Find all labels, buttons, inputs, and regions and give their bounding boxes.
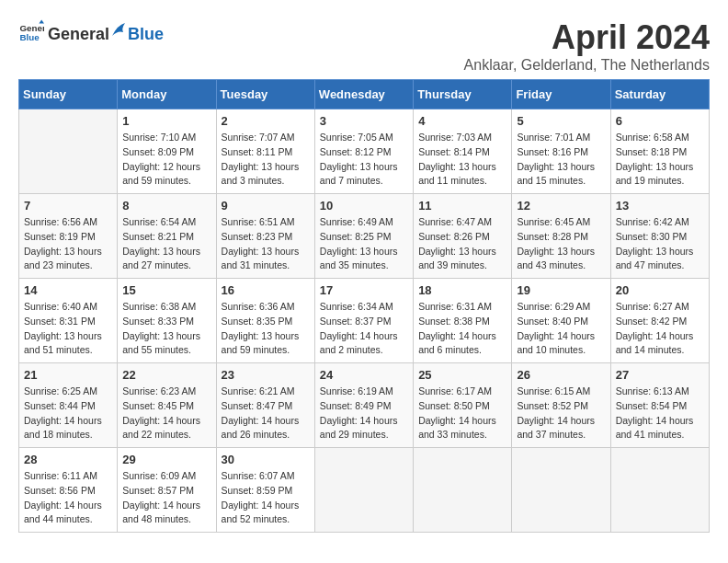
calendar-cell: 7Sunrise: 6:56 AMSunset: 8:19 PMDaylight… <box>19 194 118 279</box>
header-day-monday: Monday <box>118 80 216 109</box>
day-info: Sunrise: 6:56 AMSunset: 8:19 PMDaylight:… <box>24 215 112 273</box>
day-number: 1 <box>122 114 210 128</box>
day-info: Sunrise: 6:34 AMSunset: 8:37 PMDaylight:… <box>320 300 408 358</box>
day-info: Sunrise: 6:36 AMSunset: 8:35 PMDaylight:… <box>222 300 310 358</box>
calendar-table: SundayMondayTuesdayWednesdayThursdayFrid… <box>18 79 710 533</box>
calendar-cell: 4Sunrise: 7:03 AMSunset: 8:14 PMDaylight… <box>414 109 512 194</box>
calendar-cell: 30Sunrise: 6:07 AMSunset: 8:59 PMDayligh… <box>216 448 314 533</box>
day-number: 8 <box>122 199 210 213</box>
day-number: 5 <box>517 114 605 128</box>
day-number: 25 <box>418 368 506 382</box>
header-day-tuesday: Tuesday <box>216 80 314 109</box>
header-day-thursday: Thursday <box>414 80 512 109</box>
day-info: Sunrise: 6:40 AMSunset: 8:31 PMDaylight:… <box>24 300 112 358</box>
day-info: Sunrise: 6:49 AMSunset: 8:25 PMDaylight:… <box>320 215 408 273</box>
calendar-cell <box>414 448 512 533</box>
calendar-cell: 21Sunrise: 6:25 AMSunset: 8:44 PMDayligh… <box>19 363 118 448</box>
logo-text-blue: Blue <box>128 25 164 44</box>
logo: General Blue General Blue <box>18 18 164 44</box>
calendar-cell: 3Sunrise: 7:05 AMSunset: 8:12 PMDaylight… <box>314 109 413 194</box>
calendar-cell: 6Sunrise: 6:58 AMSunset: 8:18 PMDaylight… <box>610 109 709 194</box>
day-info: Sunrise: 7:07 AMSunset: 8:11 PMDaylight:… <box>222 131 310 189</box>
day-info: Sunrise: 6:27 AMSunset: 8:42 PMDaylight:… <box>616 300 704 358</box>
calendar-cell: 23Sunrise: 6:21 AMSunset: 8:47 PMDayligh… <box>216 363 314 448</box>
day-info: Sunrise: 6:21 AMSunset: 8:47 PMDaylight:… <box>222 385 310 442</box>
day-info: Sunrise: 6:13 AMSunset: 8:54 PMDaylight:… <box>616 385 704 442</box>
day-number: 15 <box>122 283 210 297</box>
day-info: Sunrise: 6:58 AMSunset: 8:18 PMDaylight:… <box>616 131 704 189</box>
svg-text:Blue: Blue <box>19 32 40 42</box>
day-number: 9 <box>222 199 310 213</box>
calendar-header-row: SundayMondayTuesdayWednesdayThursdayFrid… <box>19 80 710 109</box>
header-day-sunday: Sunday <box>19 80 118 109</box>
calendar-cell: 17Sunrise: 6:34 AMSunset: 8:37 PMDayligh… <box>314 279 413 363</box>
day-info: Sunrise: 6:51 AMSunset: 8:23 PMDaylight:… <box>222 215 310 273</box>
day-info: Sunrise: 7:10 AMSunset: 8:09 PMDaylight:… <box>122 131 210 189</box>
day-info: Sunrise: 6:09 AMSunset: 8:57 PMDaylight:… <box>122 469 210 527</box>
day-info: Sunrise: 7:03 AMSunset: 8:14 PMDaylight:… <box>418 131 506 189</box>
day-info: Sunrise: 6:54 AMSunset: 8:21 PMDaylight:… <box>122 215 210 273</box>
calendar-cell: 8Sunrise: 6:54 AMSunset: 8:21 PMDaylight… <box>118 194 216 279</box>
day-info: Sunrise: 6:45 AMSunset: 8:28 PMDaylight:… <box>517 215 605 273</box>
day-info: Sunrise: 6:15 AMSunset: 8:52 PMDaylight:… <box>517 385 605 442</box>
day-info: Sunrise: 7:01 AMSunset: 8:16 PMDaylight:… <box>517 131 605 189</box>
calendar-cell: 15Sunrise: 6:38 AMSunset: 8:33 PMDayligh… <box>118 279 216 363</box>
header-day-wednesday: Wednesday <box>314 80 413 109</box>
day-number: 2 <box>222 114 310 128</box>
logo-icon: General Blue <box>18 18 44 44</box>
day-number: 13 <box>616 199 704 213</box>
calendar-week-row: 14Sunrise: 6:40 AMSunset: 8:31 PMDayligh… <box>19 279 710 363</box>
day-number: 22 <box>122 368 210 382</box>
calendar-week-row: 7Sunrise: 6:56 AMSunset: 8:19 PMDaylight… <box>19 194 710 279</box>
day-number: 12 <box>517 199 605 213</box>
calendar-cell: 25Sunrise: 6:17 AMSunset: 8:50 PMDayligh… <box>414 363 512 448</box>
day-info: Sunrise: 6:25 AMSunset: 8:44 PMDaylight:… <box>24 385 112 442</box>
calendar-cell: 11Sunrise: 6:47 AMSunset: 8:26 PMDayligh… <box>414 194 512 279</box>
calendar-cell <box>610 448 709 533</box>
day-info: Sunrise: 6:31 AMSunset: 8:38 PMDaylight:… <box>418 300 506 358</box>
calendar-cell <box>314 448 413 533</box>
svg-marker-2 <box>39 19 44 23</box>
calendar-cell: 22Sunrise: 6:23 AMSunset: 8:45 PMDayligh… <box>118 363 216 448</box>
day-info: Sunrise: 6:38 AMSunset: 8:33 PMDaylight:… <box>122 300 210 358</box>
header-day-friday: Friday <box>512 80 610 109</box>
day-number: 11 <box>418 199 506 213</box>
calendar-cell: 19Sunrise: 6:29 AMSunset: 8:40 PMDayligh… <box>512 279 610 363</box>
day-info: Sunrise: 6:19 AMSunset: 8:49 PMDaylight:… <box>320 385 408 442</box>
day-info: Sunrise: 6:47 AMSunset: 8:26 PMDaylight:… <box>418 215 506 273</box>
calendar-cell: 28Sunrise: 6:11 AMSunset: 8:56 PMDayligh… <box>19 448 118 533</box>
calendar-cell: 26Sunrise: 6:15 AMSunset: 8:52 PMDayligh… <box>512 363 610 448</box>
calendar-cell <box>512 448 610 533</box>
day-number: 26 <box>517 368 605 382</box>
calendar-week-row: 28Sunrise: 6:11 AMSunset: 8:56 PMDayligh… <box>19 448 710 533</box>
calendar-cell: 16Sunrise: 6:36 AMSunset: 8:35 PMDayligh… <box>216 279 314 363</box>
calendar-cell: 14Sunrise: 6:40 AMSunset: 8:31 PMDayligh… <box>19 279 118 363</box>
calendar-cell: 12Sunrise: 6:45 AMSunset: 8:28 PMDayligh… <box>512 194 610 279</box>
calendar-cell: 1Sunrise: 7:10 AMSunset: 8:09 PMDaylight… <box>118 109 216 194</box>
day-number: 23 <box>222 368 310 382</box>
day-info: Sunrise: 6:07 AMSunset: 8:59 PMDaylight:… <box>222 469 310 527</box>
calendar-cell: 20Sunrise: 6:27 AMSunset: 8:42 PMDayligh… <box>610 279 709 363</box>
logo-text-general: General <box>48 25 109 44</box>
day-number: 19 <box>517 283 605 297</box>
day-number: 4 <box>418 114 506 128</box>
day-number: 24 <box>320 368 408 382</box>
calendar-cell: 13Sunrise: 6:42 AMSunset: 8:30 PMDayligh… <box>610 194 709 279</box>
calendar-cell: 18Sunrise: 6:31 AMSunset: 8:38 PMDayligh… <box>414 279 512 363</box>
day-number: 6 <box>616 114 704 128</box>
day-number: 21 <box>24 368 112 382</box>
day-number: 7 <box>24 199 112 213</box>
calendar-cell: 29Sunrise: 6:09 AMSunset: 8:57 PMDayligh… <box>118 448 216 533</box>
day-number: 14 <box>24 283 112 297</box>
calendar-cell <box>19 109 118 194</box>
calendar-cell: 2Sunrise: 7:07 AMSunset: 8:11 PMDaylight… <box>216 109 314 194</box>
calendar-cell: 24Sunrise: 6:19 AMSunset: 8:49 PMDayligh… <box>314 363 413 448</box>
day-number: 18 <box>418 283 506 297</box>
page-header: General Blue General Blue April 2024 Ank… <box>18 18 710 74</box>
day-info: Sunrise: 6:23 AMSunset: 8:45 PMDaylight:… <box>122 385 210 442</box>
day-info: Sunrise: 6:29 AMSunset: 8:40 PMDaylight:… <box>517 300 605 358</box>
day-number: 17 <box>320 283 408 297</box>
main-title: April 2024 <box>464 18 710 57</box>
day-number: 29 <box>122 453 210 466</box>
day-number: 20 <box>616 283 704 297</box>
